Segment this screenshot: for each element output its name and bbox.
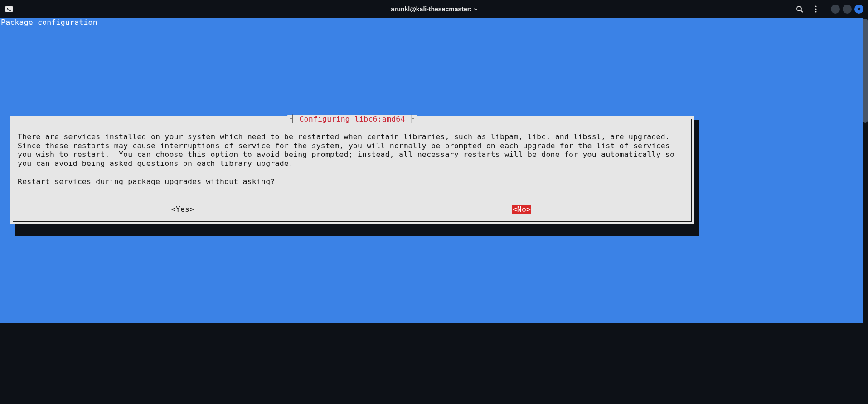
scrollbar[interactable] [863, 18, 868, 323]
maximize-button[interactable] [843, 5, 852, 14]
dialog-title-text: Configuring libc6:amd64 [299, 115, 405, 124]
svg-point-6 [815, 11, 816, 12]
dialog-title-deco-right: ├ [405, 115, 414, 124]
search-icon[interactable] [795, 5, 804, 13]
dialog-frame: ┤ Configuring libc6:amd64 ├ There are se… [13, 119, 692, 222]
terminal-app-icon [5, 5, 13, 13]
no-button[interactable]: <No> [512, 205, 532, 214]
terminal-area[interactable]: Package configuration ┤ Configuring libc… [0, 18, 868, 404]
terminal-content: Package configuration ┤ Configuring libc… [0, 18, 863, 323]
terminal-bottom-strip [0, 323, 868, 335]
dialog-title-deco-left: ┤ [290, 115, 299, 124]
close-button[interactable] [854, 5, 863, 14]
window-titlebar: arunkl@kali-thesecmaster: ~ [0, 0, 868, 18]
dialog-body: There are services installed on your sys… [18, 119, 687, 186]
svg-point-4 [815, 5, 816, 7]
page-header: Package configuration [0, 18, 863, 27]
svg-point-5 [815, 8, 816, 10]
dialog-box: ┤ Configuring libc6:amd64 ├ There are se… [10, 116, 694, 224]
menu-kebab-icon[interactable] [812, 5, 820, 13]
svg-point-2 [797, 6, 801, 11]
minimize-button[interactable] [831, 5, 840, 14]
dialog-button-row: <Yes> <No> [13, 205, 691, 214]
svg-rect-0 [5, 6, 13, 12]
yes-button[interactable]: <Yes> [171, 205, 194, 214]
scrollbar-thumb[interactable] [863, 19, 868, 123]
svg-line-3 [801, 10, 803, 12]
titlebar-controls [795, 5, 863, 14]
dialog-title: ┤ Configuring libc6:amd64 ├ [287, 115, 417, 124]
dialog-paragraph: There are services installed on your sys… [18, 132, 679, 168]
window-title: arunkl@kali-thesecmaster: ~ [391, 5, 477, 13]
window-buttons [831, 5, 863, 14]
dialog-question: Restart services during package upgrades… [18, 177, 275, 186]
